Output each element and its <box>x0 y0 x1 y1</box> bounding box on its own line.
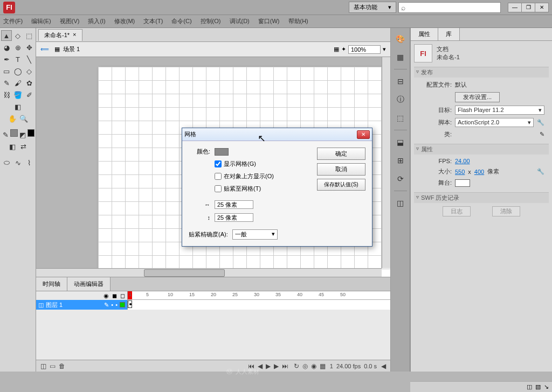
pen-tool[interactable]: ✒ <box>1 54 12 65</box>
frame-ruler[interactable]: 1 5 10 15 20 25 30 35 40 45 50 <box>128 291 390 300</box>
compile-panel-icon[interactable]: ⟳ <box>394 172 407 185</box>
bw-icon[interactable]: ◧ <box>7 141 18 152</box>
menu-file[interactable]: 文件(F) <box>3 17 23 25</box>
frames-track[interactable] <box>128 300 390 310</box>
cancel-button[interactable]: 取消 <box>317 163 365 176</box>
edit-symbols-icon[interactable]: ✦ <box>341 46 346 53</box>
publish-settings-button[interactable]: 发布设置... <box>455 92 500 102</box>
chevron-down-icon[interactable]: ▾ <box>383 46 386 53</box>
hand-tool[interactable]: ✋ <box>7 113 18 124</box>
polystar-tool[interactable]: ◇ <box>24 66 34 76</box>
stroke-color-swatch[interactable] <box>10 129 17 137</box>
layer-lock-dot[interactable]: • <box>115 302 118 308</box>
hspacing-input[interactable] <box>215 200 253 209</box>
bone-tool[interactable]: ⛓ <box>1 89 12 100</box>
keyframe-1[interactable] <box>128 300 132 308</box>
line-tool[interactable]: ╲ <box>24 54 34 65</box>
free-transform-tool[interactable]: ⬚ <box>24 30 34 41</box>
last-frame-icon[interactable]: ⏭ <box>281 362 289 370</box>
rect-tool[interactable]: ▭ <box>1 66 12 76</box>
prev-frame-icon[interactable]: ◀ <box>257 362 264 370</box>
eyedropper-tool[interactable]: ✐ <box>24 89 34 100</box>
new-layer-icon[interactable]: ◫ <box>39 362 47 370</box>
publish-section-header[interactable]: 发布 <box>414 67 549 78</box>
attributes-section-header[interactable]: 属性 <box>414 144 549 155</box>
ok-button[interactable]: 确定 <box>317 148 365 160</box>
swatches-panel-icon[interactable]: ▦ <box>394 51 407 64</box>
smooth-icon[interactable]: ∿ <box>12 157 23 168</box>
fill-color-swatch[interactable] <box>27 129 34 137</box>
wrench-icon[interactable]: 🔧 <box>537 168 544 175</box>
oval-tool[interactable]: ◯ <box>12 66 23 76</box>
fps-value[interactable]: 24.00 <box>455 158 470 164</box>
deco-tool[interactable]: ✿ <box>24 78 34 88</box>
search-input[interactable] <box>398 2 501 13</box>
info-panel-icon[interactable]: ⓘ <box>394 93 407 106</box>
loop-icon[interactable]: ↻ <box>293 362 300 370</box>
menu-text[interactable]: 文本(T) <box>143 17 163 25</box>
onion-skin-icon[interactable]: ◎ <box>301 362 309 370</box>
lock-icon[interactable]: ◼ <box>112 292 117 299</box>
onion-outlines-icon[interactable]: ◉ <box>310 362 318 370</box>
outline-icon[interactable]: ◻ <box>120 292 125 299</box>
doc-tab[interactable]: 未命名-1* × <box>38 29 82 41</box>
eye-icon[interactable]: ◉ <box>104 292 109 299</box>
tab-library[interactable]: 库 <box>438 28 460 40</box>
grid-color-swatch[interactable] <box>215 148 229 156</box>
back-icon[interactable]: ⟸ <box>40 46 49 53</box>
edit-multiple-icon[interactable]: ▦ <box>319 362 327 370</box>
layer-eye-dot[interactable]: • <box>111 302 113 308</box>
show-over-checkbox[interactable] <box>215 173 222 180</box>
sample-panel-icon[interactable]: ⬓ <box>394 136 407 149</box>
zoom-tool[interactable]: 🔍 <box>18 113 29 124</box>
eraser-tool[interactable]: ◧ <box>12 101 23 112</box>
dialog-close-button[interactable]: ✕ <box>357 130 370 139</box>
pencil-tool[interactable]: ✎ <box>1 78 12 88</box>
target-select[interactable]: Flash Player 11.2▾ <box>455 106 544 115</box>
menu-modify[interactable]: 修改(M) <box>114 17 135 25</box>
selection-tool[interactable]: ▲ <box>1 30 12 41</box>
3d-translate-tool[interactable]: ✥ <box>24 42 34 53</box>
vspacing-input[interactable] <box>215 213 253 222</box>
vertical-scrollbar[interactable] <box>382 57 390 268</box>
menu-window[interactable]: 窗口(W) <box>258 17 280 25</box>
height-value[interactable]: 400 <box>474 169 484 175</box>
min-button[interactable]: — <box>508 3 522 12</box>
subselect-tool[interactable]: ◇ <box>12 30 23 41</box>
menu-insert[interactable]: 插入(I) <box>88 17 105 25</box>
timeline-menu-icon[interactable]: ◀ <box>380 362 387 370</box>
workspace-dropdown[interactable]: 基本功能 ▾ <box>349 2 396 13</box>
max-button[interactable]: ❐ <box>521 3 535 12</box>
tab-properties[interactable]: 属性 <box>411 28 438 40</box>
layer-1[interactable]: ◫ 图层 1 ✎ • • <box>36 300 128 310</box>
menu-view[interactable]: 视图(V) <box>60 17 80 25</box>
status-icon[interactable]: ↘ <box>544 383 549 390</box>
first-frame-icon[interactable]: ⏮ <box>247 362 256 370</box>
align-panel-icon[interactable]: ⊟ <box>394 75 407 88</box>
status-icon[interactable]: ◫ <box>527 383 532 390</box>
show-grid-checkbox[interactable] <box>215 160 222 167</box>
stroke-color-icon[interactable]: ✎ <box>1 129 10 140</box>
stage-color-swatch[interactable] <box>455 179 470 187</box>
menu-help[interactable]: 帮助(H) <box>288 17 308 25</box>
wrench-icon[interactable]: 🔧 <box>537 119 544 126</box>
next-frame-icon[interactable]: ▶ <box>273 362 280 370</box>
play-icon[interactable]: ▶ <box>265 362 272 370</box>
pencil-icon[interactable]: ✎ <box>540 131 544 138</box>
library-panel-icon[interactable]: ⊞ <box>394 154 407 167</box>
motion-panel-icon[interactable]: ◫ <box>394 197 407 209</box>
snap-acc-select[interactable]: 一般▾ <box>232 229 278 240</box>
new-folder-icon[interactable]: ▭ <box>49 362 57 370</box>
transform-panel-icon[interactable]: ⬚ <box>394 111 407 124</box>
menu-debug[interactable]: 调试(D) <box>230 17 250 25</box>
text-tool[interactable]: T <box>12 54 23 65</box>
layer-outline-swatch[interactable] <box>120 302 125 307</box>
color-panel-icon[interactable]: 🎨 <box>394 32 407 45</box>
width-value[interactable]: 550 <box>455 169 465 175</box>
edit-scene-icon[interactable]: ▦ <box>334 46 339 53</box>
status-icon[interactable]: ▧ <box>535 383 541 390</box>
doc-tab-close-icon[interactable]: × <box>73 31 76 39</box>
snap-object-icon[interactable]: ⬭ <box>1 157 12 168</box>
delete-layer-icon[interactable]: 🗑 <box>58 362 66 370</box>
menu-control[interactable]: 控制(O) <box>201 17 221 25</box>
